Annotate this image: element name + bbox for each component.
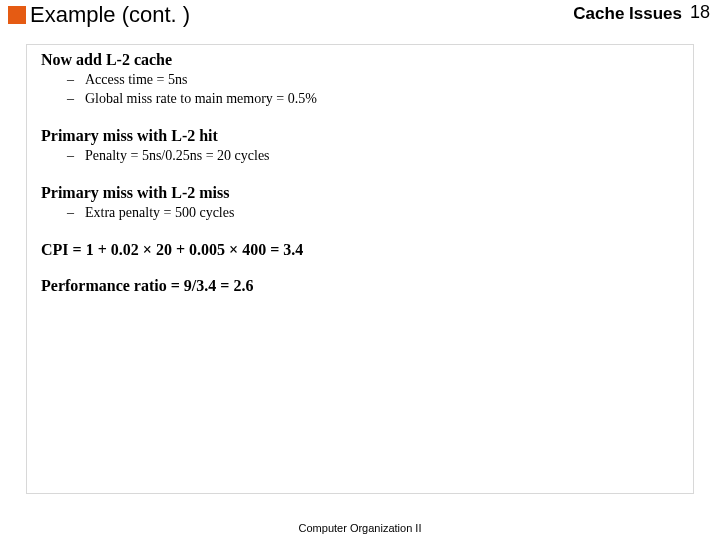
slide: Example (cont. ) Cache Issues 18 Now add… <box>0 0 720 540</box>
footer-text: Computer Organization II <box>0 522 720 534</box>
bullet-item: –Extra penalty = 500 cycles <box>41 204 683 223</box>
body-frame: Now add L-2 cache –Access time = 5ns –Gl… <box>26 44 694 494</box>
header: Example (cont. ) Cache Issues 18 <box>0 0 720 40</box>
title-bullet-icon <box>8 6 26 24</box>
dash-icon: – <box>67 90 85 109</box>
dash-icon: – <box>67 204 85 223</box>
bullet-text: Access time = 5ns <box>85 72 187 87</box>
section-heading: Now add L-2 cache <box>41 51 683 69</box>
page-number: 18 <box>690 2 710 23</box>
section-heading: CPI = 1 + 0.02 × 20 + 0.005 × 400 = 3.4 <box>41 241 683 259</box>
dash-icon: – <box>67 147 85 166</box>
bullet-item: –Penalty = 5ns/0.25ns = 20 cycles <box>41 147 683 166</box>
bullet-text: Penalty = 5ns/0.25ns = 20 cycles <box>85 148 270 163</box>
slide-topic: Cache Issues <box>573 4 682 24</box>
bullet-text: Global miss rate to main memory = 0.5% <box>85 91 317 106</box>
section-heading: Primary miss with L-2 hit <box>41 127 683 145</box>
bullet-text: Extra penalty = 500 cycles <box>85 205 234 220</box>
bullet-item: –Global miss rate to main memory = 0.5% <box>41 90 683 109</box>
dash-icon: – <box>67 71 85 90</box>
slide-title: Example (cont. ) <box>30 2 190 28</box>
section-heading: Primary miss with L-2 miss <box>41 184 683 202</box>
bullet-item: –Access time = 5ns <box>41 71 683 90</box>
section-heading: Performance ratio = 9/3.4 = 2.6 <box>41 277 683 295</box>
